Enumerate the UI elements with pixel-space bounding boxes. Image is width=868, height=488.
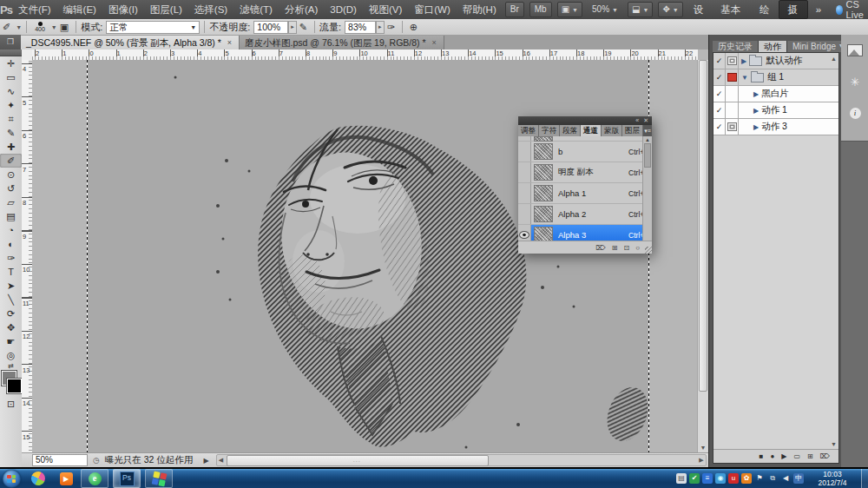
- move-tool[interactable]: ✛: [0, 56, 22, 70]
- taskbar-clock[interactable]: 10:03 2012/7/4: [810, 470, 855, 487]
- cs-live-button[interactable]: CS Live▼: [836, 0, 868, 20]
- menu-item-dd[interactable]: 3D(D): [324, 0, 363, 19]
- channels-tab-图层[interactable]: 图层: [622, 125, 643, 136]
- stop-button[interactable]: ■: [760, 452, 764, 460]
- menu-item-a[interactable]: 分析(A): [279, 0, 324, 19]
- action-row[interactable]: ✓▶默认动作: [713, 53, 838, 69]
- channel-row-body[interactable]: Alpha 3Ctrl+9: [531, 225, 652, 241]
- modal-control-cell[interactable]: [726, 119, 739, 135]
- workspace-button[interactable]: 绘画: [752, 0, 779, 19]
- save-selection-button[interactable]: ⊡: [623, 244, 629, 252]
- security-shield-icon[interactable]: ✔: [689, 473, 700, 484]
- pc-manager-icon[interactable]: ≡: [702, 473, 713, 484]
- panel-toggle-icon[interactable]: ❐: [0, 35, 21, 49]
- play-button[interactable]: ▶: [781, 452, 786, 460]
- pinned-app-mediaplayer[interactable]: [28, 470, 49, 487]
- opacity-input[interactable]: 100%: [253, 21, 288, 34]
- open-app-browser[interactable]: e: [81, 469, 108, 488]
- modal-control-cell[interactable]: [726, 86, 739, 102]
- arrange-documents-icon[interactable]: ▣▼: [557, 2, 582, 17]
- action-checkmark[interactable]: ✓: [713, 53, 726, 69]
- dock-tab-Mini Bridge[interactable]: Mini Bridge: [787, 41, 842, 52]
- workspace-overflow-button[interactable]: »: [808, 0, 829, 19]
- view-extras-icon[interactable]: ✥▼: [658, 2, 682, 17]
- network-status-icon[interactable]: ⧉: [767, 473, 778, 484]
- line-tool[interactable]: ╲: [0, 293, 22, 307]
- collapse-triangle-icon[interactable]: ▶: [753, 123, 759, 131]
- actions-scroll-down-icon[interactable]: ▼: [831, 441, 837, 447]
- menu-item-h[interactable]: 帮助(H): [457, 0, 503, 19]
- bridge-button[interactable]: Br: [505, 2, 524, 17]
- collapsed-panel-info-icon[interactable]: i: [841, 97, 868, 129]
- mini-bridge-button[interactable]: Mb: [529, 2, 552, 17]
- open-app-imageviewer[interactable]: [145, 469, 173, 488]
- zoom-level-dropdown[interactable]: 50%▼: [588, 2, 622, 17]
- language-bar-icon[interactable]: 中: [793, 473, 804, 484]
- visibility-toggle[interactable]: [518, 183, 531, 203]
- volume-icon[interactable]: ◀: [780, 473, 791, 484]
- new-action-button[interactable]: ⊞: [807, 452, 813, 460]
- delete-action-button[interactable]: ⌦: [820, 452, 830, 460]
- workspace-button[interactable]: 摄影: [779, 0, 807, 19]
- visibility-toggle[interactable]: [518, 162, 531, 182]
- collapsed-panel-image-icon[interactable]: [841, 35, 868, 66]
- menu-item-e[interactable]: 编辑(E): [57, 0, 102, 19]
- dodge-tool[interactable]: ◐: [0, 237, 22, 251]
- screen-mode-icon[interactable]: ⬓▼: [628, 2, 653, 17]
- blur-tool[interactable]: ◔: [0, 223, 22, 237]
- brush-preset-picker[interactable]: 400: [31, 22, 49, 32]
- tablet-pressure-icon[interactable]: ⊕: [407, 22, 420, 33]
- zoom-tool[interactable]: ◎: [0, 348, 22, 362]
- brush-tool-icon[interactable]: ✐: [0, 22, 13, 33]
- menu-item-v[interactable]: 视图(V): [363, 0, 408, 19]
- visibility-toggle[interactable]: [518, 204, 531, 224]
- modal-control-icon[interactable]: [727, 73, 737, 82]
- network-globe-icon[interactable]: ◉: [715, 473, 726, 484]
- ime-keyboard-icon[interactable]: ▤: [676, 473, 687, 484]
- path-selection-tool[interactable]: ➤: [0, 279, 22, 293]
- action-checkmark[interactable]: ✓: [713, 119, 726, 135]
- quick-selection-tool[interactable]: ✦: [0, 98, 22, 112]
- channel-row-body[interactable]: Alpha 1Ctrl+7: [531, 183, 652, 203]
- menu-item-w[interactable]: 窗口(W): [408, 0, 457, 19]
- history-brush-tool[interactable]: ↺: [0, 181, 22, 195]
- background-color-swatch[interactable]: [7, 379, 22, 393]
- toggle-brush-panel-icon[interactable]: ▣: [57, 22, 71, 33]
- collapsed-panel-adjustments-icon[interactable]: ✳: [841, 66, 868, 97]
- pan-3d-tool[interactable]: ✥: [0, 320, 22, 334]
- menu-item-i[interactable]: 图像(I): [102, 0, 144, 19]
- flow-input[interactable]: 83%: [345, 21, 376, 34]
- collapse-triangle-icon[interactable]: ▶: [753, 107, 759, 115]
- visibility-toggle[interactable]: [518, 136, 531, 141]
- airbrush-icon[interactable]: ✑: [385, 22, 398, 33]
- channels-tab-蒙版[interactable]: 蒙版: [602, 125, 622, 136]
- pressure-opacity-icon[interactable]: ✎: [297, 22, 310, 33]
- tab-close-icon[interactable]: ×: [226, 38, 233, 48]
- expand-triangle-icon[interactable]: ▼: [741, 74, 748, 82]
- visibility-toggle[interactable]: [518, 142, 531, 162]
- channel-row-body[interactable]: Alpha 2Ctrl+8: [531, 204, 652, 224]
- modal-control-cell[interactable]: [726, 69, 739, 85]
- vertical-scrollbar[interactable]: ▼: [697, 60, 708, 453]
- menu-item-t[interactable]: 滤镜(T): [233, 0, 279, 19]
- workspace-button[interactable]: 设计: [686, 0, 713, 19]
- channel-row[interactable]: bCtrl+5: [518, 142, 652, 162]
- tab-close-icon[interactable]: ×: [431, 38, 438, 48]
- antivirus-icon[interactable]: u: [728, 473, 739, 484]
- modal-control-cell[interactable]: [726, 53, 739, 69]
- channels-tab-段落[interactable]: 段落: [560, 125, 581, 136]
- close-panel-icon[interactable]: ✕: [643, 116, 648, 125]
- delete-channel-button[interactable]: ⌦: [595, 244, 605, 252]
- channels-scrollbar-thumb[interactable]: [644, 143, 651, 168]
- mode-dropdown[interactable]: 正常▼: [106, 21, 200, 34]
- modal-control-cell[interactable]: [726, 102, 739, 118]
- modal-control-icon[interactable]: [727, 122, 737, 131]
- marquee-tool[interactable]: ▭: [0, 70, 22, 84]
- horizontal-scrollbar-thumb[interactable]: ∙∙∙: [227, 455, 489, 466]
- collapse-panel-icon[interactable]: «: [635, 116, 639, 125]
- channels-tab-字符[interactable]: 字符: [539, 125, 560, 136]
- channel-row-body[interactable]: 明度 副本Ctrl+6: [531, 162, 652, 182]
- scroll-left-arrow-icon[interactable]: ◀: [217, 455, 226, 465]
- document-tab-2[interactable]: 磨皮小样图.psd @ 76.1% (图层 19, RGB/8) *×: [240, 36, 444, 49]
- channels-tab-通道[interactable]: 通道: [581, 125, 602, 136]
